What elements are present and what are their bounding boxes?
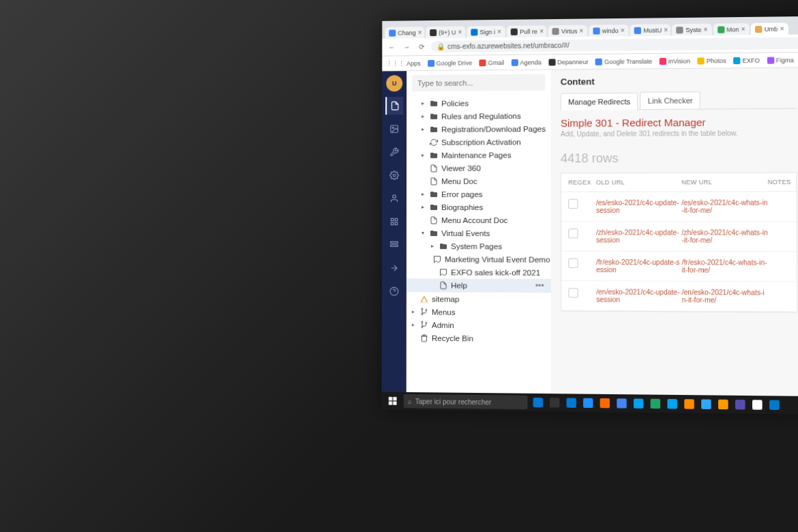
taskbar-app-icon[interactable]	[531, 395, 546, 411]
tree-node[interactable]: ▸System Pages	[407, 239, 551, 252]
new-url-cell[interactable]: /zh/esko-2021/c4c-whats-in-it-for-me/	[681, 228, 768, 244]
browser-tab[interactable]: Mon×	[713, 23, 750, 35]
browser-tab[interactable]: Chang×	[385, 27, 424, 39]
browser-tab[interactable]: Syste×	[673, 24, 712, 36]
more-icon[interactable]: •••	[535, 281, 547, 291]
close-icon[interactable]: ×	[540, 27, 544, 35]
old-url-cell[interactable]: /es/esko-2021/c4c-update-session	[596, 199, 681, 214]
new-url-cell[interactable]: /es/esko-2021/c4c-whats-in-it-for-me/	[681, 199, 768, 214]
browser-tab[interactable]: Umb×	[751, 23, 788, 35]
umbraco-logo[interactable]: U	[386, 75, 402, 91]
close-icon[interactable]: ×	[458, 29, 462, 36]
tree-node[interactable]: ▸Registration/Download Pages	[407, 122, 551, 136]
chevron-icon[interactable]: ▸	[420, 126, 426, 132]
tree-node[interactable]: Subscription Activation	[407, 135, 551, 149]
tree-node[interactable]: Marketing Virtual Event Demo	[407, 252, 551, 266]
checkbox[interactable]	[568, 288, 578, 297]
col-regex[interactable]: REGEX	[568, 179, 596, 186]
col-new-url[interactable]: NEW URL	[681, 179, 767, 186]
forward-button[interactable]: →	[401, 42, 412, 53]
bookmark-item[interactable]: Agenda	[511, 59, 542, 65]
more-section-icon[interactable]	[385, 259, 403, 277]
help-section-icon[interactable]	[385, 282, 403, 300]
taskbar-app-icon[interactable]	[767, 397, 782, 413]
tree-node[interactable]: Menu Account Doc	[407, 213, 551, 226]
bookmark-item[interactable]: Google Drive	[428, 59, 473, 67]
close-icon[interactable]: ×	[621, 27, 625, 34]
tree-node[interactable]: ▸Error pages	[407, 188, 551, 201]
chevron-icon[interactable]: ▾	[420, 230, 426, 236]
users-section-icon[interactable]	[385, 190, 403, 207]
tree-node[interactable]: ▸Maintenance Pages	[407, 148, 551, 162]
taskbar-app-icon[interactable]	[580, 396, 596, 411]
chevron-icon[interactable]: ▸	[420, 204, 426, 210]
close-icon[interactable]: ×	[703, 26, 707, 33]
taskbar-app-icon[interactable]	[631, 396, 647, 411]
browser-tab[interactable]: Sign i×	[467, 26, 505, 38]
taskbar-app-icon[interactable]	[715, 397, 731, 413]
table-row[interactable]: /zh/esko-2021/c4c-update-session/zh/esko…	[561, 222, 797, 252]
close-icon[interactable]: ×	[664, 26, 668, 33]
chevron-icon[interactable]: ▸	[420, 100, 426, 106]
chevron-icon[interactable]: ▸	[420, 191, 426, 197]
tree-node[interactable]: sitemap	[407, 292, 551, 306]
apps-button[interactable]: ⋮⋮⋮ Apps	[386, 60, 420, 67]
taskbar-app-icon[interactable]	[681, 396, 697, 412]
content-tab[interactable]: Link Checker	[640, 91, 700, 109]
tree-node[interactable]: ▸Admin	[407, 318, 551, 331]
browser-tab[interactable]: Pull re×	[507, 25, 547, 38]
table-row[interactable]: /en/esko-2021/c4c-update-session/en/esko…	[561, 281, 797, 312]
close-icon[interactable]: ×	[579, 27, 583, 35]
old-url-cell[interactable]: /en/esko-2021/c4c-update-session	[596, 288, 681, 304]
tree-node[interactable]: Help•••	[407, 278, 551, 293]
tree-node[interactable]: EXFO sales kick-off 2021	[407, 265, 551, 279]
table-row[interactable]: /fr/esko-2021/c4c-update-session/fr/esko…	[561, 252, 797, 282]
browser-tab[interactable]: MustU×	[630, 24, 671, 36]
tree-node[interactable]: Menu Doc	[407, 174, 551, 187]
close-icon[interactable]: ×	[741, 25, 745, 33]
tree-search-input[interactable]	[412, 74, 545, 91]
bookmark-item[interactable]: Gmail	[479, 59, 504, 65]
old-url-cell[interactable]: /fr/esko-2021/c4c-update-session	[596, 258, 681, 274]
tree-node[interactable]: ▸Biographies	[407, 201, 551, 213]
media-section-icon[interactable]	[385, 120, 403, 138]
taskbar-app-icon[interactable]	[648, 396, 664, 412]
bookmark-item[interactable]: EXFO	[733, 57, 760, 63]
browser-tab[interactable]: Virtus×	[548, 25, 588, 38]
bookmark-item[interactable]: Depanneur	[548, 58, 589, 65]
checkbox[interactable]	[568, 199, 578, 209]
browser-tab[interactable]: (9+) U×	[426, 26, 465, 38]
taskbar-app-icon[interactable]	[733, 397, 748, 413]
tree-node[interactable]: Viewer 360	[407, 161, 551, 175]
taskbar-app-icon[interactable]	[597, 396, 613, 411]
col-notes[interactable]: NOTES	[768, 179, 789, 186]
tree-node[interactable]: ▸Policies	[407, 96, 550, 110]
chevron-icon[interactable]: ▸	[420, 152, 426, 158]
bookmark-item[interactable]: inVision	[659, 57, 690, 65]
bookmark-item[interactable]: Photos	[697, 57, 726, 65]
checkbox[interactable]	[568, 228, 578, 238]
taskbar-app-icon[interactable]	[614, 396, 630, 411]
new-url-cell[interactable]: /en/esko-2021/c4c-whats-in-it-for-me/	[682, 289, 769, 304]
tree-node[interactable]: Recycle Bin	[407, 331, 551, 345]
bookmark-item[interactable]: Figma	[767, 57, 794, 64]
taskbar-search[interactable]: ⌕ Taper ici pour rechercher	[404, 394, 528, 409]
old-url-cell[interactable]: /zh/esko-2021/c4c-update-session	[596, 228, 681, 243]
taskbar-app-icon[interactable]	[547, 395, 562, 411]
table-row[interactable]: /es/esko-2021/c4c-update-session/es/esko…	[561, 192, 797, 222]
gear-section-icon[interactable]	[385, 166, 403, 184]
content-section-icon[interactable]	[385, 97, 403, 115]
back-button[interactable]: ←	[386, 42, 397, 53]
close-icon[interactable]: ×	[418, 29, 422, 36]
col-old-url[interactable]: OLD URL	[596, 179, 681, 186]
content-tab[interactable]: Manage Redirects	[561, 93, 638, 110]
chevron-icon[interactable]: ▸	[420, 113, 426, 119]
taskbar-app-icon[interactable]	[698, 396, 714, 412]
forms-section-icon[interactable]	[385, 236, 403, 254]
tree-node[interactable]: ▸Menus	[407, 305, 551, 319]
start-button[interactable]	[385, 393, 401, 409]
reload-button[interactable]: ⟳	[416, 42, 427, 53]
chevron-icon[interactable]: ▸	[411, 308, 416, 314]
chevron-icon[interactable]: ▸	[411, 321, 416, 327]
tree-node[interactable]: ▾Virtual Events	[407, 226, 551, 239]
